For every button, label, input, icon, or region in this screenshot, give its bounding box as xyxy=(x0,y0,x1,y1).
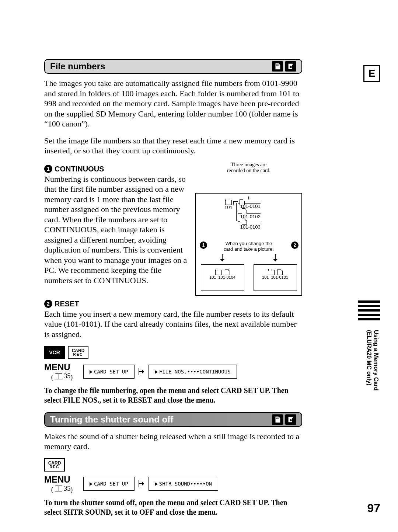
svg-rect-1 xyxy=(277,65,278,66)
mode-vcr: VCR xyxy=(44,346,65,359)
option-title-reset: RESET xyxy=(55,300,79,308)
intro-paragraph-1: The images you take are automatically as… xyxy=(44,78,302,129)
instruction-file-numbers: To change the file numbering, open the m… xyxy=(44,386,302,405)
page-ref: 35 xyxy=(55,485,70,493)
option-text-reset: Each time you insert a new memory card, … xyxy=(44,309,302,340)
section-title: File numbers xyxy=(50,61,105,72)
folder-icon xyxy=(215,270,222,275)
mode-card-rec: CARD REC xyxy=(44,458,65,472)
menu-arrow-icon xyxy=(138,479,145,488)
diagram-marker-2: 2 xyxy=(291,241,298,249)
option-number-1: 1 xyxy=(44,165,52,173)
menu-arrow-icon xyxy=(138,367,145,376)
menu-box-card-setup: CARD SET UP xyxy=(83,477,135,491)
side-section-label: Using a Memory Card(ELURA20 MC only) xyxy=(366,330,380,424)
section-header-file-numbers: File numbers xyxy=(44,59,302,74)
menu-box-shtr-sound: SHTR SOUND•••••ON xyxy=(149,477,218,491)
file-label: 101-0103 xyxy=(238,224,261,230)
side-index-bars xyxy=(358,300,380,323)
file-icon xyxy=(240,199,245,205)
option-text-continuous: Numbering is continuous between cards, s… xyxy=(44,174,189,286)
menu-path-row: MENU ( 35) CARD SET UP FILE NOS.••••CONT… xyxy=(44,362,302,381)
svg-rect-2 xyxy=(279,65,279,66)
instruction-shutter-sound: To turn the shutter sound off, open the … xyxy=(44,498,302,517)
section-icons xyxy=(272,61,296,72)
memory-card-icon xyxy=(285,61,296,72)
section-title: Turning the shutter sound off xyxy=(50,414,173,425)
section-header-shutter-sound: Turning the shutter sound off xyxy=(44,412,302,427)
menu-box-card-setup: CARD SET UP xyxy=(83,365,135,379)
folder-icon xyxy=(225,200,232,205)
diagram-card-continuous: 101 101-0104 xyxy=(201,264,244,291)
file-number-diagram: 101 101-0101 101-0102 101-0103 1 xyxy=(195,193,302,296)
shutter-paragraph: Makes the sound of a shutter being relea… xyxy=(44,431,302,452)
option-number-2: 2 xyxy=(44,300,52,308)
svg-rect-5 xyxy=(277,417,278,419)
sd-card-icon xyxy=(272,414,283,425)
section-icons xyxy=(272,414,296,425)
menu-path-row-2: MENU ( 35) CARD SET UP SHTR SOUND•••••ON xyxy=(44,474,302,494)
diagram-caption: Three images are recorded on the card. xyxy=(212,162,286,174)
file-icon xyxy=(277,269,283,275)
book-icon xyxy=(55,486,62,491)
book-icon xyxy=(55,373,62,379)
folder-icon xyxy=(268,270,275,275)
menu-label: MENU ( 35) xyxy=(44,362,80,381)
option-title-continuous: CONTINUOUS xyxy=(55,165,104,173)
language-box: E xyxy=(363,65,380,82)
menu-label: MENU ( 35) xyxy=(44,474,80,494)
memory-card-icon xyxy=(285,414,296,425)
file-icon xyxy=(242,208,247,214)
page-ref: 35 xyxy=(55,372,70,380)
mode-indicator-row: VCR CARD REC xyxy=(44,346,302,359)
svg-point-3 xyxy=(290,66,292,68)
folder-label: 101 xyxy=(224,205,233,230)
file-icon xyxy=(225,269,230,275)
svg-rect-0 xyxy=(276,65,277,66)
diagram-card-reset: 101 101-0101 xyxy=(254,264,297,291)
svg-point-7 xyxy=(290,419,292,421)
option-heading-continuous: 1 CONTINUOUS xyxy=(44,165,189,173)
page-number: 97 xyxy=(367,501,380,515)
file-icon xyxy=(242,219,247,225)
option-heading-reset: 2 RESET xyxy=(44,300,302,308)
diagram-marker-1: 1 xyxy=(200,241,207,249)
intro-paragraph-2: Set the image file numbers so that they … xyxy=(44,136,302,156)
svg-rect-4 xyxy=(276,417,277,419)
menu-box-file-nos: FILE NOS.••••CONTINUOUS xyxy=(149,365,237,379)
svg-rect-6 xyxy=(279,417,279,419)
mode-indicator-row-2: CARD REC xyxy=(44,458,302,472)
mode-card-rec: CARD REC xyxy=(68,346,88,359)
diagram-mid-text: When you change the card and take a pict… xyxy=(216,241,282,252)
sd-card-icon xyxy=(272,61,283,72)
